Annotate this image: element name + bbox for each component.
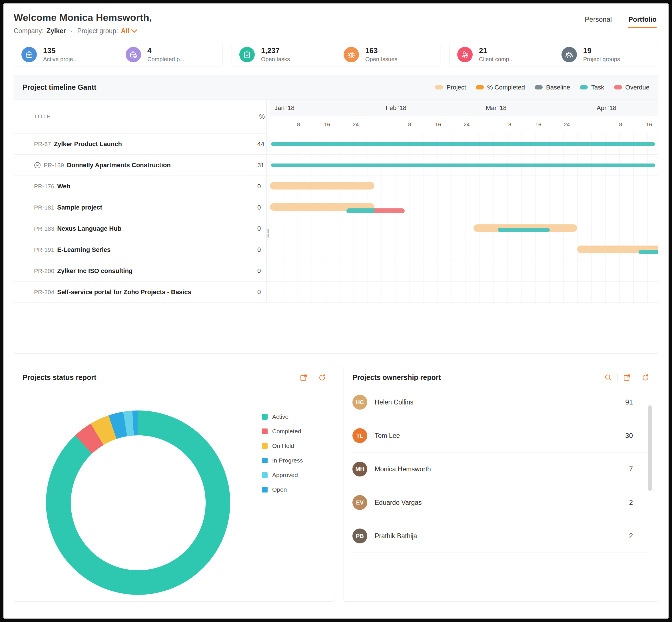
- avatar: MH: [352, 462, 367, 477]
- owner-name: Monica Hemsworth: [375, 465, 431, 473]
- task-line-bar[interactable]: [271, 142, 655, 146]
- owner-count: 7: [629, 465, 649, 473]
- project-id: PR-176: [34, 183, 54, 190]
- project-id: PR-67: [34, 141, 51, 147]
- status-report-actions: [300, 374, 326, 382]
- legend-label: On Hold: [272, 443, 294, 449]
- gantt-row-title[interactable]: PR-200Zylker Inc ISO consulting: [14, 261, 254, 281]
- stat-cards: 135Active proje...4Completed p...1,237Op…: [14, 43, 658, 66]
- gantt-row-bars: [270, 154, 658, 175]
- owners-list: HCHelen Collins91TLTom Lee30MHMonica Hem…: [344, 386, 658, 553]
- expand-icon[interactable]: [623, 374, 631, 382]
- stat-card[interactable]: 1,237Open tasks: [232, 43, 336, 66]
- briefcase-check-icon: [126, 47, 141, 62]
- gantt-row-title[interactable]: PR-176Web: [14, 176, 254, 197]
- owner-row[interactable]: TLTom Lee30: [352, 419, 649, 452]
- gantt-row-title[interactable]: PR-191E-Learning Series: [14, 239, 254, 260]
- timeline-tick: 24: [564, 122, 570, 128]
- status-legend: ActiveCompletedOn HoldIn ProgressApprove…: [262, 413, 303, 493]
- owner-count: 30: [625, 431, 649, 440]
- timeline-tick: 8: [408, 122, 411, 128]
- legend-swatch: [262, 414, 268, 420]
- task-inner-bar[interactable]: [498, 228, 550, 232]
- stat-label: Active proje...: [43, 56, 78, 63]
- project-name: Nexus Language Hub: [57, 225, 121, 232]
- expand-icon[interactable]: [300, 374, 308, 382]
- timeline-month-label: Apr '18: [592, 100, 658, 116]
- welcome-block: Welcome Monica Hemsworth, Company: Zylke…: [14, 12, 152, 35]
- gantt-legend-item: % Completed: [476, 84, 525, 91]
- task-clip-bar[interactable]: [639, 250, 658, 254]
- owner-row[interactable]: PBPrathik Bathija2: [352, 519, 649, 553]
- gantt-row-title[interactable]: PR-181Sample project: [14, 197, 254, 218]
- tab-portfolio[interactable]: Portfolio: [628, 15, 657, 28]
- owner-row[interactable]: MHMonica Hemsworth7: [352, 452, 649, 486]
- expand-row-icon[interactable]: [34, 162, 41, 169]
- gantt-table-header: TITLE % Jan '18Feb '18Mar '18Apr '18 816…: [14, 100, 658, 134]
- gantt-row-bars: [270, 134, 658, 154]
- project-percent: 0: [254, 282, 266, 303]
- stat-card-group: 1,237Open tasks163Open Issues: [232, 43, 440, 66]
- owner-row[interactable]: HCHelen Collins91: [352, 386, 649, 419]
- timeline-month-label: Feb '18: [381, 100, 481, 116]
- legend-label: Completed: [272, 428, 301, 435]
- stat-card[interactable]: 135Active proje...: [14, 43, 118, 66]
- stat-card[interactable]: 4Completed p...: [118, 43, 222, 66]
- stat-value: 135: [43, 46, 78, 55]
- search-icon[interactable]: [604, 374, 612, 382]
- gantt-row: PR-139Donnelly Apartments Construction31: [14, 154, 658, 176]
- legend-label: Project: [446, 84, 466, 91]
- project-name: E-Learning Series: [57, 246, 111, 253]
- owner-name: Helen Collins: [375, 399, 414, 406]
- timeline-tick: 24: [353, 122, 359, 128]
- timeline-tick: 16: [324, 122, 330, 128]
- tab-personal[interactable]: Personal: [585, 15, 612, 28]
- avatar: PB: [352, 528, 367, 543]
- project-name: Donnelly Apartments Construction: [67, 162, 171, 169]
- gantt-row-title[interactable]: PR-204Self-service portal for Zoho Proje…: [14, 282, 254, 303]
- splitter-gutter[interactable]: [266, 100, 270, 134]
- refresh-icon[interactable]: [641, 374, 649, 382]
- project-name: Zylker Product Launch: [54, 140, 122, 148]
- stat-card[interactable]: 21Client comp...: [450, 43, 554, 66]
- overdue-bar[interactable]: [374, 208, 405, 213]
- timeline-month-label: Jan '18: [270, 100, 381, 116]
- stat-value: 163: [365, 46, 397, 55]
- gantt-row-title[interactable]: PR-139Donnelly Apartments Construction: [14, 154, 254, 175]
- status-legend-item: Active: [262, 413, 303, 420]
- column-title-header: TITLE: [14, 100, 254, 134]
- project-group-dropdown[interactable]: All: [121, 27, 137, 35]
- refresh-icon[interactable]: [318, 374, 326, 382]
- project-id: PR-191: [34, 246, 54, 253]
- project-name: Sample project: [57, 204, 102, 211]
- gantt-row: PR-67Zylker Product Launch44: [14, 134, 658, 154]
- timeline-months: Jan '18Feb '18Mar '18Apr '18: [270, 100, 658, 116]
- gantt-table: TITLE % Jan '18Feb '18Mar '18Apr '18 816…: [14, 100, 658, 353]
- timeline-tick: 16: [535, 122, 541, 128]
- ownership-report-title: Projects ownership report: [352, 373, 441, 382]
- gantt-row-title[interactable]: PR-183Nexus Language Hub: [14, 218, 254, 239]
- task-bar[interactable]: [346, 208, 374, 213]
- splitter-gutter: [266, 154, 270, 175]
- project-name: Self-service portal for Zoho Projects - …: [57, 288, 191, 296]
- gantt-row-title[interactable]: PR-67Zylker Product Launch: [14, 134, 254, 154]
- stat-card[interactable]: 19Project groups: [554, 43, 658, 66]
- project-bar[interactable]: [270, 182, 374, 189]
- project-id: PR-204: [34, 289, 54, 296]
- gantt-legend: Project% CompletedBaselineTaskOverdue: [435, 84, 649, 91]
- owner-row[interactable]: EVEduardo Vargas2: [352, 486, 649, 519]
- splitter-grip-icon[interactable]: [267, 229, 269, 238]
- scrollbar[interactable]: [648, 405, 652, 575]
- chevron-down-icon: [131, 27, 137, 35]
- status-donut-chart[interactable]: [46, 411, 230, 595]
- task-line-bar[interactable]: [271, 164, 655, 167]
- timeline-month-ticks: 81624: [270, 116, 381, 134]
- project-percent: 0: [254, 176, 266, 197]
- stat-card[interactable]: 163Open Issues: [336, 43, 440, 66]
- gantt-legend-item: Baseline: [535, 84, 570, 91]
- view-tabs: Personal Portfolio: [585, 15, 657, 28]
- scrollbar-thumb[interactable]: [648, 405, 652, 491]
- icon-divider: [636, 374, 636, 381]
- timeline-tick: 16: [646, 122, 652, 128]
- project-group-label: Project group:: [77, 27, 118, 35]
